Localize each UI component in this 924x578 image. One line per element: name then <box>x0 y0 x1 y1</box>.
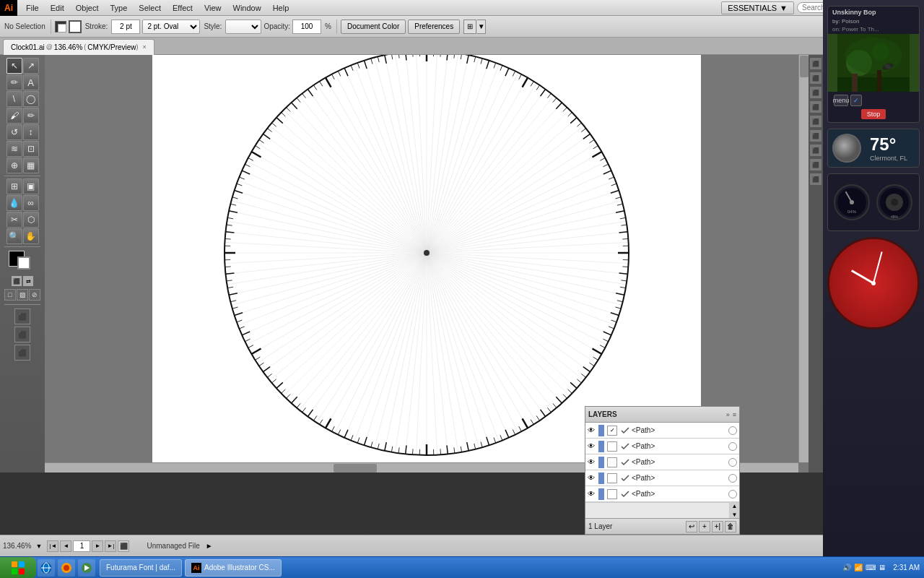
direct-selection-tool[interactable]: ↗ <box>23 58 39 74</box>
layer-lock-checkbox[interactable] <box>607 457 617 467</box>
layer-lock-checkbox[interactable]: ✓ <box>607 426 617 436</box>
quick-launch-firefox[interactable] <box>58 559 75 577</box>
layer-lock-checkbox[interactable] <box>607 489 617 499</box>
line-tool[interactable]: \ <box>6 91 22 107</box>
panel-icon-6[interactable]: ⬛ <box>810 130 821 142</box>
tray-icon-2[interactable]: 📶 <box>854 564 863 571</box>
start-button[interactable] <box>0 557 36 579</box>
screen-mode-button[interactable]: ⬛ <box>14 345 30 361</box>
ellipse-tool[interactable]: ◯ <box>23 91 39 107</box>
taskbar-item-illustrator[interactable]: Ai Adobe Illustrator CS... <box>185 559 282 577</box>
next-page-button[interactable]: ► <box>92 540 103 552</box>
blend-tool[interactable]: ∞ <box>23 195 39 211</box>
vertical-scrollbar[interactable] <box>798 55 808 462</box>
mesh-tool[interactable]: ⊞ <box>6 178 22 194</box>
menu-view[interactable]: View <box>199 2 227 14</box>
panel-icon-4[interactable]: ⬛ <box>810 101 821 113</box>
pen-tool[interactable]: ✏ <box>6 74 22 90</box>
table-row[interactable]: 👁 ✓ <Path> <box>585 423 739 439</box>
layer-target-circle[interactable] <box>728 490 737 499</box>
page-number-input[interactable] <box>73 540 90 552</box>
tray-icon-4[interactable]: 🖥 <box>879 564 886 571</box>
make-sublayer-button[interactable]: ↩ <box>686 521 697 532</box>
zoom-tool[interactable]: 🔍 <box>6 228 22 244</box>
stroke-style-select[interactable]: 2 pt. Oval <box>142 20 200 34</box>
tray-icon-1[interactable]: 🔊 <box>842 564 851 571</box>
essentials-button[interactable]: ESSENTIALS ▼ <box>721 1 794 14</box>
scale-tool[interactable]: ↕ <box>23 124 39 140</box>
quick-launch-media[interactable] <box>78 559 95 577</box>
default-colors-button[interactable]: ⬛ <box>12 276 22 286</box>
layer-target-circle[interactable] <box>728 474 737 483</box>
menu-window[interactable]: Window <box>227 2 267 14</box>
menu-edit[interactable]: Edit <box>45 2 70 14</box>
pencil-tool[interactable]: ✏ <box>23 108 39 124</box>
color-mode-button[interactable]: □ <box>4 289 16 301</box>
layer-visibility-toggle[interactable]: 👁 <box>585 470 597 486</box>
table-row[interactable]: 👁 <Path> <box>585 470 739 486</box>
quick-launch-ie[interactable] <box>38 559 55 577</box>
music-check-button[interactable]: ✓ <box>850 95 862 106</box>
hand-tool[interactable]: ✋ <box>23 228 39 244</box>
warp-tool[interactable]: ≋ <box>6 141 22 157</box>
menu-effect[interactable]: Effect <box>167 2 199 14</box>
arrange-dropdown[interactable]: ▼ <box>477 20 486 34</box>
layers-menu-button[interactable]: ≡ <box>733 411 736 418</box>
eraser-tool[interactable]: ⬡ <box>23 212 39 228</box>
layer-lock-checkbox[interactable] <box>607 473 617 483</box>
paintbrush-tool[interactable]: 🖌 <box>6 108 22 124</box>
music-stop-button[interactable]: Stop <box>861 109 886 119</box>
type-tool[interactable]: A <box>23 74 39 90</box>
fill-color-box[interactable] <box>69 20 82 33</box>
panel-icon-7[interactable]: ⬛ <box>810 144 821 156</box>
panel-icon-5[interactable]: ⬛ <box>810 116 821 127</box>
gradient-mode-button[interactable]: ▨ <box>17 289 28 301</box>
layer-target-circle[interactable] <box>728 426 737 435</box>
tray-icon-3[interactable]: ⌨ <box>866 564 876 571</box>
free-transform-tool[interactable]: ⊡ <box>23 141 39 157</box>
gradient-tool[interactable]: ▣ <box>23 178 39 194</box>
menu-help[interactable]: Help <box>267 2 295 14</box>
page-options-button[interactable]: ⬛ <box>118 540 129 552</box>
layer-target-circle[interactable] <box>728 442 737 451</box>
selection-tool[interactable]: ↖ <box>6 58 22 74</box>
panel-icon-8[interactable]: ⬛ <box>810 159 821 171</box>
music-menu-button[interactable]: menu <box>834 95 848 106</box>
change-screen-mode-button[interactable]: ⬛ <box>14 309 30 324</box>
style-select[interactable] <box>225 20 261 34</box>
menu-object[interactable]: Object <box>70 2 105 14</box>
delete-layer-button[interactable]: 🗑 <box>725 521 736 532</box>
prev-page-button[interactable]: ◄ <box>60 540 71 552</box>
swap-colors-button[interactable]: ⇄ <box>23 276 33 286</box>
layer-visibility-toggle[interactable]: 👁 <box>585 454 597 470</box>
panel-icon-3[interactable]: ⬛ <box>810 87 821 98</box>
new-layer-button[interactable]: + <box>699 521 710 532</box>
document-color-button[interactable]: Document Color <box>341 20 406 34</box>
eyedropper-tool[interactable]: 💧 <box>6 195 22 211</box>
new-layer-button-2[interactable]: +| <box>712 521 723 532</box>
taskbar-item-futurama[interactable]: Futurama Font | daf... <box>100 559 182 577</box>
table-row[interactable]: 👁 <Path> <box>585 454 739 470</box>
stroke-color-selector[interactable] <box>55 21 66 33</box>
layer-target-circle[interactable] <box>728 458 737 467</box>
layer-lock-checkbox[interactable] <box>607 441 617 452</box>
toggle-visibility-button[interactable]: ⬛ <box>14 327 30 342</box>
status-dropdown[interactable]: ► <box>206 542 213 550</box>
last-page-button[interactable]: ►| <box>105 540 116 552</box>
menu-select[interactable]: Select <box>133 2 167 14</box>
panel-icon-2[interactable]: ⬛ <box>810 72 821 84</box>
stroke-color-swatch[interactable] <box>17 256 30 269</box>
layer-visibility-toggle[interactable]: 👁 <box>585 439 597 454</box>
first-page-button[interactable]: |◄ <box>47 540 58 552</box>
table-row[interactable]: 👁 <Path> <box>585 439 739 454</box>
layer-visibility-toggle[interactable]: 👁 <box>585 486 597 502</box>
preferences-button[interactable]: Preferences <box>408 20 460 34</box>
rotate-tool[interactable]: ↺ <box>6 124 22 140</box>
document-tab[interactable]: Clock01.ai @ 136.46% ( CMYK/Preview ) × <box>3 39 154 55</box>
layers-expand-button[interactable]: » <box>726 411 730 418</box>
symbol-tool[interactable]: ⊕ <box>6 158 22 173</box>
panel-icon-9[interactable]: ⬛ <box>810 173 821 185</box>
layers-scroll-down[interactable]: ▼ <box>732 512 738 518</box>
layers-scroll-up[interactable]: ▲ <box>732 503 738 509</box>
table-row[interactable]: 👁 <Path> <box>585 486 739 502</box>
